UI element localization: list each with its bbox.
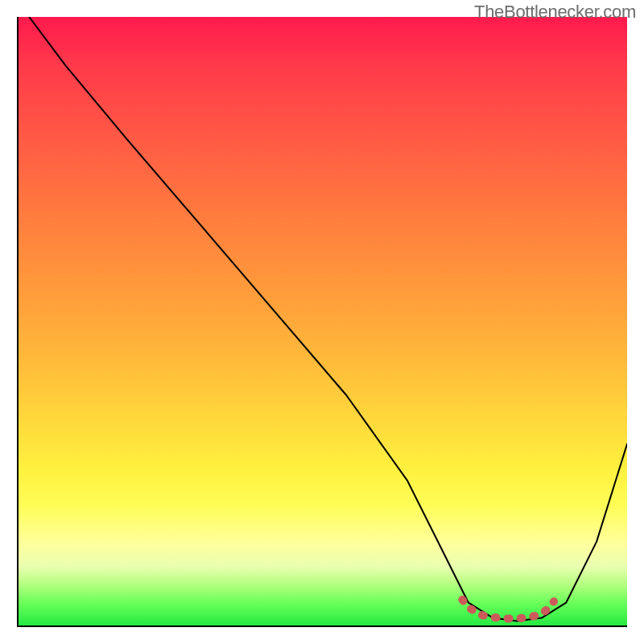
curve-layer	[17, 17, 627, 627]
optimal-range-marker	[462, 600, 554, 619]
watermark-text: TheBottlenecker.com	[474, 2, 636, 23]
y-axis-line	[17, 17, 19, 627]
x-axis-line	[17, 625, 627, 627]
bottleneck-chart: TheBottlenecker.com	[0, 0, 644, 644]
plot-area	[17, 17, 627, 627]
bottleneck-curve	[29, 17, 627, 621]
